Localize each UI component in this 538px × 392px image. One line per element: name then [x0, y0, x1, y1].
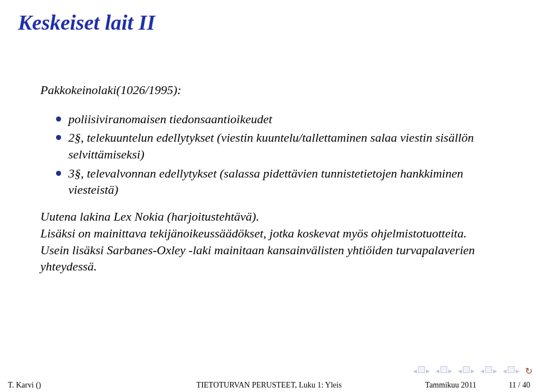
footer-author: T. Karvi () [8, 381, 41, 390]
footer-date: Tammikuu 2011 [425, 381, 476, 390]
next-slide-icon[interactable]: ▸ [426, 366, 430, 376]
nav-slide-group: ◂ ▸ [413, 366, 430, 376]
next-frame-icon[interactable]: ▸ [448, 366, 452, 376]
back-icon[interactable]: ◂ [503, 366, 507, 376]
nav-frame-group: ◂ ▸ [435, 366, 452, 376]
list-item: poliisiviranomaisen tiedonsaantioikeudet [56, 111, 498, 128]
prev-sub-icon[interactable]: ◂ [480, 366, 484, 376]
prev-section-icon[interactable]: ◂ [458, 366, 462, 376]
body-paragraph: Uutena lakina Lex Nokia (harjoitustehtäv… [40, 208, 498, 275]
nav-subsection-group: ◂ ▸ [480, 366, 497, 376]
footer-course: TIETOTURVAN PERUSTEET, Luku 1: Yleis [196, 381, 341, 390]
slide: Keskeiset lait II Pakkokeinolaki(1026/19… [0, 0, 538, 392]
nav-back-forward-group: ◂ ▸ [503, 366, 520, 376]
footer: T. Karvi () TIETOTURVAN PERUSTEET, Luku … [0, 377, 538, 392]
bf-box-icon[interactable] [508, 366, 514, 373]
list-item: 2§, telekuuntelun edellytykset (viestin … [56, 129, 498, 162]
frame-box-icon[interactable] [440, 366, 447, 373]
list-item: 3§, televalvonnan edellytykset (salassa … [56, 165, 498, 198]
nav-section-group: ◂ ▸ [458, 366, 475, 376]
sub-box-icon[interactable] [485, 366, 492, 373]
section-box-icon[interactable] [463, 366, 470, 373]
bullet-text: 2§, telekuuntelun edellytykset (viestin … [68, 130, 474, 161]
next-sub-icon[interactable]: ▸ [493, 366, 497, 376]
next-section-icon[interactable]: ▸ [471, 366, 475, 376]
loop-icon[interactable]: ↻ [525, 366, 532, 376]
title-region: Keskeiset lait II [0, 0, 538, 37]
prev-slide-icon[interactable]: ◂ [413, 366, 417, 376]
bullet-text: 3§, televalvonnan edellytykset (salassa … [68, 166, 463, 197]
subtitle: Pakkokeinolaki(1026/1995): [40, 82, 498, 99]
slide-box-icon[interactable] [418, 366, 425, 373]
bullet-text: poliisiviranomaisen tiedonsaantioikeudet [68, 112, 272, 126]
footer-page: 11 / 40 [509, 381, 530, 390]
bullet-list: poliisiviranomaisen tiedonsaantioikeudet… [56, 111, 498, 198]
forward-icon[interactable]: ▸ [516, 366, 520, 376]
slide-title: Keskeiset lait II [18, 10, 538, 35]
nav-toolbar: ◂ ▸ ◂ ▸ ◂ ▸ ◂ ▸ ◂ ▸ ↻ [413, 366, 532, 376]
slide-content: Pakkokeinolaki(1026/1995): poliisivirano… [0, 37, 538, 275]
prev-frame-icon[interactable]: ◂ [435, 366, 439, 376]
